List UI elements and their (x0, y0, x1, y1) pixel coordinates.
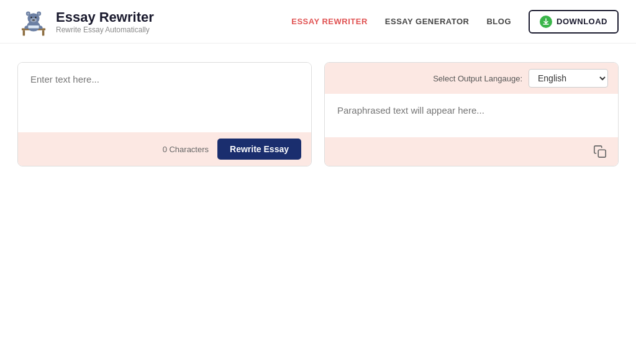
svg-rect-16 (598, 150, 606, 157)
input-textarea[interactable] (18, 63, 311, 132)
two-column-layout: 0 Characters Rewrite Essay Select Output… (17, 62, 619, 166)
main-content: 0 Characters Rewrite Essay Select Output… (0, 62, 636, 166)
right-header: Select Output Langauge: English Spanish … (325, 63, 618, 94)
logo-area: Essay Rewriter Rewrite Essay Automatical… (17, 6, 154, 38)
nav-essay-rewriter[interactable]: ESSAY REWRITER (291, 17, 368, 26)
svg-point-12 (32, 19, 35, 21)
logo-subtitle: Rewrite Essay Automatically (56, 25, 154, 34)
rewrite-essay-button[interactable]: Rewrite Essay (217, 139, 301, 160)
nav-blog[interactable]: BLOG (486, 17, 511, 26)
svg-rect-2 (42, 30, 44, 35)
header: Essay Rewriter Rewrite Essay Automatical… (0, 0, 636, 43)
language-select[interactable]: English Spanish French German Italian Po… (529, 69, 608, 88)
download-icon (540, 16, 552, 28)
logo-title: Essay Rewriter (56, 9, 154, 25)
main-nav: ESSAY REWRITER ESSAY GENERATOR BLOG DOWN… (291, 10, 619, 34)
lang-label: Select Output Langauge: (433, 74, 522, 83)
input-panel: 0 Characters Rewrite Essay (17, 62, 312, 166)
output-textarea[interactable] (325, 94, 618, 137)
svg-point-8 (38, 12, 40, 14)
left-footer: 0 Characters Rewrite Essay (18, 132, 311, 166)
logo-text: Essay Rewriter Rewrite Essay Automatical… (56, 9, 154, 34)
svg-point-10 (30, 16, 32, 18)
char-count: 0 Characters (163, 145, 209, 154)
svg-point-7 (27, 12, 29, 14)
right-footer (325, 137, 618, 166)
download-button[interactable]: DOWNLOAD (529, 10, 619, 34)
logo-bear-icon (17, 6, 50, 38)
copy-icon[interactable] (592, 143, 608, 160)
svg-rect-15 (28, 25, 39, 28)
svg-point-11 (35, 16, 37, 18)
output-panel: Select Output Langauge: English Spanish … (324, 62, 619, 166)
svg-rect-1 (23, 30, 25, 35)
nav-essay-generator[interactable]: ESSAY GENERATOR (385, 17, 470, 26)
